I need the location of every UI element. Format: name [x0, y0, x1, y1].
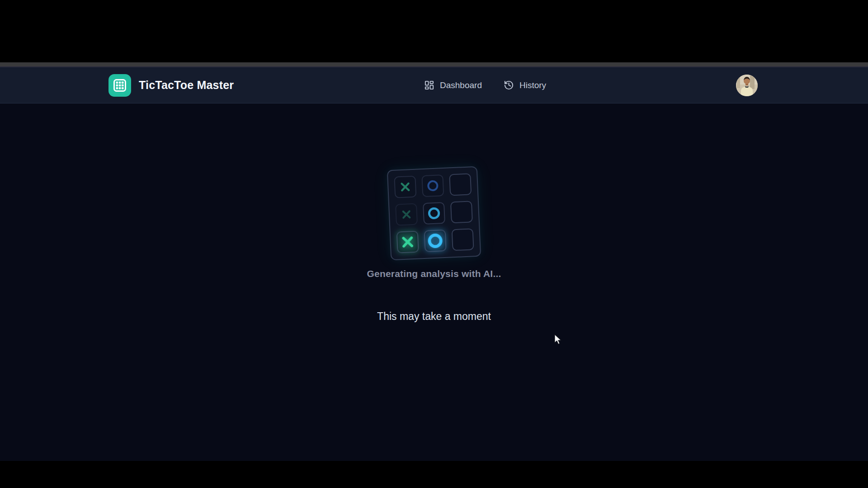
board-cell	[449, 173, 472, 196]
mouse-cursor	[553, 334, 562, 346]
board-cell	[424, 230, 447, 252]
history-clock-icon	[504, 80, 514, 90]
window-title-strip	[0, 62, 868, 67]
app-title: TicTacToe Master	[139, 79, 234, 92]
loading-status-text: Generating analysis with AI...	[0, 268, 868, 279]
board-cell	[395, 203, 418, 226]
board-cell	[452, 228, 474, 251]
main-nav: Dashboard History	[424, 67, 546, 103]
layout-dashboard-icon	[424, 80, 434, 90]
user-avatar[interactable]	[736, 75, 758, 96]
board-cell	[394, 176, 416, 198]
bottom-letterbox	[0, 461, 868, 488]
nav-dashboard[interactable]: Dashboard	[424, 80, 482, 90]
loading-hint-text: This may take a moment	[0, 310, 868, 323]
loading-screen: Generating analysis with AI... This may …	[0, 103, 868, 461]
top-letterbox	[0, 0, 868, 62]
nav-history[interactable]: History	[504, 80, 546, 90]
nav-history-label: History	[519, 80, 546, 90]
board-cell	[421, 174, 444, 197]
nav-dashboard-label: Dashboard	[440, 80, 482, 90]
brand[interactable]: TicTacToe Master	[108, 67, 234, 103]
tictactoe-loading-board	[387, 166, 481, 261]
navbar: TicTacToe Master Dashboard	[0, 67, 868, 103]
board-cell	[423, 202, 445, 225]
board-cell	[396, 231, 419, 253]
app-logo-icon	[108, 74, 131, 97]
board-cell	[450, 201, 473, 223]
